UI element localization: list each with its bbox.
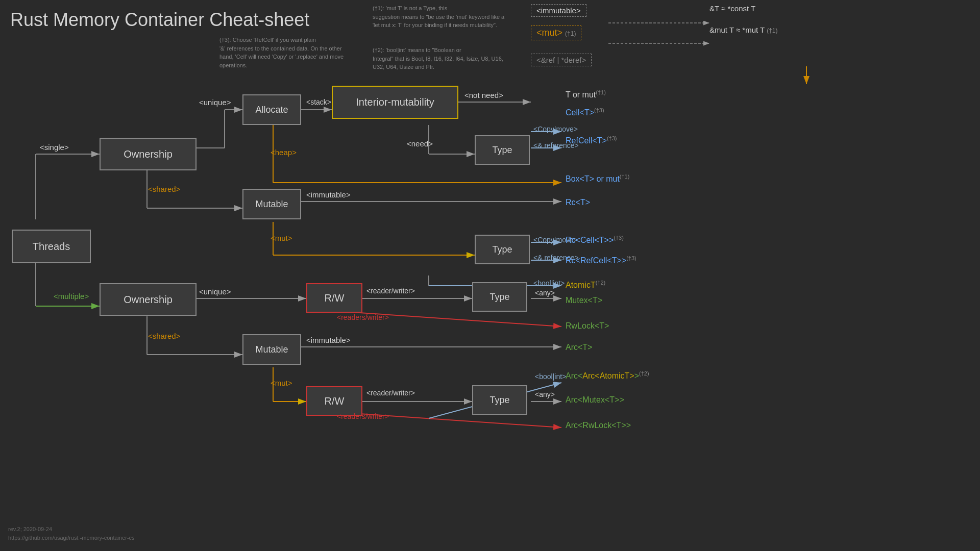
corner-immutable: <immutable> [531, 4, 586, 17]
label-immutable1: <immutable> [306, 190, 351, 199]
result-atomic-T: AtomicT(†2) [566, 280, 605, 290]
result-rc-T: Rc<T> [566, 198, 590, 207]
type4-box: Type [472, 385, 527, 415]
rw1-box: R/W [306, 283, 362, 313]
label-unique2: <unique> [199, 287, 231, 296]
result-arc-mutex-T: Arc<Mutex<T>> [566, 395, 624, 405]
note-bool: (†2): 'bool|int' means to "Boolean or In… [373, 46, 510, 71]
note-refcell: (†3): Choose 'RefCell' if you want plain… [219, 36, 352, 69]
result-cell-T: Cell<T>(†3) [566, 107, 604, 117]
label-need: <need> [407, 139, 433, 148]
label-not-need: <not need> [464, 91, 503, 99]
note-mut: (†1): 'mut T' is not a Type, this sugges… [373, 4, 510, 30]
label-mut1: <mut> [271, 234, 292, 242]
label-any2: <any> [535, 390, 555, 398]
type3-box: Type [472, 282, 527, 312]
label-copy-move1: <Copy|move> [533, 125, 578, 133]
ownership2-box: Ownership [100, 283, 197, 316]
label-immutable2: <immutable> [306, 336, 351, 344]
label-unique1: <unique> [199, 98, 231, 107]
label-readers-writer2: <readers/writer> [337, 412, 389, 420]
result-refcell-T: RefCell<T>(†3) [566, 135, 617, 145]
type2-box: Type [475, 235, 530, 264]
mutable2-box: Mutable [242, 334, 301, 365]
result-arc-T: Arc<T> [566, 343, 592, 352]
page-title: Rust Memory Container Cheat-sheet [10, 9, 309, 31]
allocate-box: Allocate [242, 94, 301, 125]
rw2-box: R/W [306, 386, 362, 416]
ownership1-box: Ownership [100, 138, 197, 170]
label-heap: <heap> [271, 148, 297, 157]
label-mut2: <mut> [271, 379, 292, 387]
interior-mutability-box: Interior-mutability [332, 86, 458, 119]
result-arc-atomic-T: Arc<Arc<AtomicT>>(†2) [566, 370, 649, 381]
label-shared1: <shared> [148, 185, 180, 193]
result-arc-rwlock-T: Arc<RwLock<T>> [566, 421, 631, 430]
result-T-or-mut: T or mut(†1) [566, 89, 606, 99]
corner-amp-T: &T ≈ *const T [709, 4, 755, 13]
result-rc-cell-T: Rc<Cell<T>>(†3) [566, 235, 624, 245]
label-any1: <any> [535, 289, 555, 297]
label-bool-int2: <bool|int> [535, 372, 566, 381]
corner-amp-mut-T: &mut T ≈ *mut T (†1) [709, 26, 778, 34]
label-single: <single> [40, 143, 69, 152]
threads-box: Threads [12, 230, 91, 263]
type1-box: Type [475, 135, 530, 165]
label-stack: <stack> [306, 98, 331, 106]
corner-ref-deref: <&ref | *deref> [531, 54, 592, 66]
label-shared2: <shared> [148, 332, 180, 340]
result-rc-refcell-T: Rc<RefCell<T>>(†3) [566, 255, 636, 265]
footer: rev.2; 2020-09-24 https://github.com/usa… [8, 525, 135, 543]
result-box-T: Box<T> or mut(†1) [566, 173, 629, 184]
mutable1-box: Mutable [242, 189, 301, 219]
corner-mut: <mut> (†1) [531, 26, 581, 40]
result-rwlock-T: RwLock<T> [566, 321, 609, 331]
result-mutex-T: Mutex<T> [566, 296, 602, 305]
label-bool-int1: <bool|int> [533, 279, 565, 287]
label-multiple: <multiple> [54, 292, 89, 300]
label-reader-writer1: <reader/writer> [366, 287, 415, 295]
label-reader-writer2: <reader/writer> [366, 389, 415, 397]
label-readers-writer1: <readers/writer> [337, 313, 389, 321]
